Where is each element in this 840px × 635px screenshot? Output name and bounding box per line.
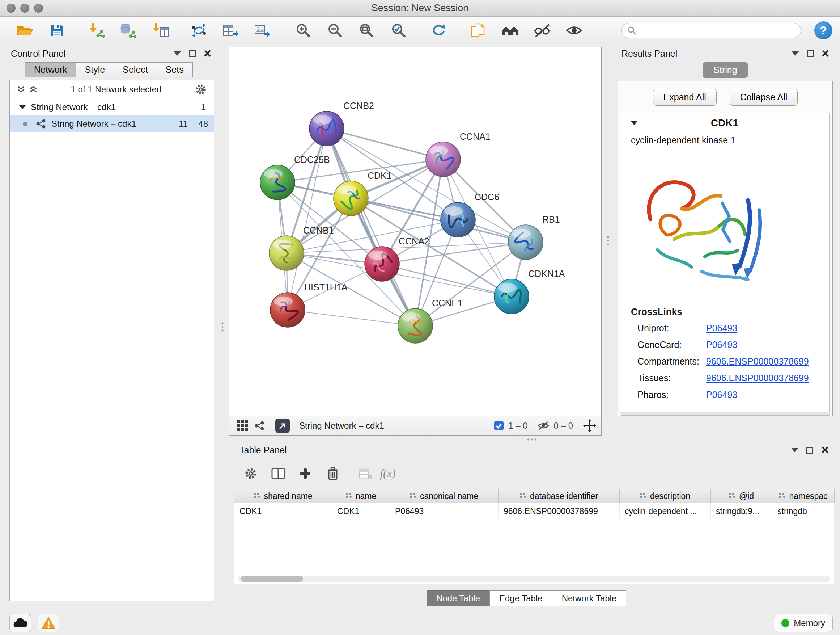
warnings-button[interactable]: [38, 614, 59, 632]
table-data-row[interactable]: CDK1CDK1P064939606.ENSP00000378699cyclin…: [234, 503, 834, 519]
column-header[interactable]: canonical name: [390, 489, 499, 503]
network-canvas[interactable]: CCNB2CCNA1CDC25BCDK1CDC6RB1CCNB1CCNA2CDK…: [229, 47, 601, 416]
network-node-hist1h1a[interactable]: [270, 293, 305, 327]
zoom-selected-button[interactable]: [389, 21, 408, 40]
table-cell[interactable]: cyclin-dependent ...: [620, 503, 711, 519]
delete-table-button-disabled[interactable]: [356, 464, 374, 483]
table-horizontal-scrollbar[interactable]: [238, 576, 830, 582]
hidden-eye-slash-icon[interactable]: [537, 421, 549, 431]
column-header[interactable]: @id: [711, 489, 772, 503]
network-node-ccna2[interactable]: [365, 247, 399, 281]
network-node-cdc25b[interactable]: [260, 165, 295, 200]
network-node-ccnb2[interactable]: [309, 111, 344, 146]
network-node-cdc6[interactable]: [441, 203, 475, 237]
collapse-panel-icon[interactable]: [174, 51, 181, 56]
zoom-fit-button[interactable]: [357, 21, 376, 40]
crosslink-link[interactable]: P06493: [706, 340, 737, 350]
column-header[interactable]: description: [620, 489, 711, 503]
column-header[interactable]: namespac: [772, 489, 835, 503]
import-network-file-button[interactable]: [88, 21, 106, 40]
crosslink-link[interactable]: P06493: [706, 390, 737, 400]
table-cell[interactable]: stringdb: [772, 503, 835, 519]
panel-resize-grip[interactable]: [221, 321, 224, 333]
collapse-all-button[interactable]: Collapse All: [729, 89, 798, 106]
save-session-button[interactable]: [47, 21, 66, 40]
tree-expand-caret-icon[interactable]: [19, 105, 26, 109]
scrollbar-thumb[interactable]: [241, 576, 303, 582]
network-edge[interactable]: [327, 128, 443, 159]
import-network-database-button[interactable]: [118, 21, 137, 40]
close-panel-icon[interactable]: [821, 445, 829, 455]
delete-column-button[interactable]: [324, 464, 342, 483]
collapse-all-icon[interactable]: [16, 85, 26, 94]
table-settings-button[interactable]: [242, 464, 260, 483]
network-node-rb1[interactable]: [508, 225, 543, 260]
tab-edge-table[interactable]: Edge Table: [489, 591, 553, 606]
column-header[interactable]: database identifier: [499, 489, 620, 503]
birds-eye-grid-icon[interactable]: [237, 420, 249, 432]
network-edge[interactable]: [327, 128, 415, 326]
network-node-cdkn1a[interactable]: [494, 279, 529, 314]
import-table-file-button[interactable]: [151, 21, 170, 40]
export-table-button[interactable]: [221, 21, 240, 40]
results-scrollbar[interactable]: [620, 412, 831, 415]
tab-node-table[interactable]: Node Table: [426, 591, 490, 606]
gear-icon[interactable]: [194, 83, 207, 96]
open-in-new-window-button[interactable]: [275, 418, 290, 433]
pan-crosshair-icon[interactable]: [583, 419, 596, 432]
show-homology-button[interactable]: [501, 21, 519, 40]
table-cell[interactable]: stringdb:9...: [711, 503, 772, 519]
table-cell[interactable]: CDK1: [332, 503, 390, 519]
collapse-panel-icon[interactable]: [791, 51, 799, 56]
tab-string[interactable]: String: [703, 62, 748, 78]
network-row-selected[interactable]: String Network – cdk1 11 48: [10, 116, 214, 132]
expand-all-button[interactable]: Expand All: [653, 89, 717, 106]
expand-all-icon[interactable]: [28, 85, 38, 94]
search-box[interactable]: [622, 23, 801, 38]
network-node-cdk1[interactable]: [333, 181, 368, 216]
zoom-in-button[interactable]: [294, 21, 313, 40]
collapse-panel-icon[interactable]: [791, 448, 798, 452]
close-panel-icon[interactable]: [204, 49, 211, 59]
network-canvas-svg[interactable]: CCNB2CCNA1CDC25BCDK1CDC6RB1CCNB1CCNA2CDK…: [229, 47, 601, 416]
panel-resize-grip[interactable]: [606, 235, 610, 246]
search-input[interactable]: [639, 25, 796, 35]
float-panel-icon[interactable]: [807, 50, 813, 57]
tab-network-table[interactable]: Network Table: [552, 591, 627, 606]
table-cell[interactable]: P06493: [390, 503, 499, 519]
float-panel-icon[interactable]: [806, 447, 813, 454]
panel-resize-grip[interactable]: [526, 438, 537, 441]
open-session-button[interactable]: [15, 21, 34, 40]
close-panel-icon[interactable]: [821, 49, 829, 59]
toggle-glass-effect-button[interactable]: [533, 21, 552, 40]
network-node-ccna1[interactable]: [426, 142, 461, 177]
column-header[interactable]: shared name: [234, 489, 332, 503]
crosslink-link[interactable]: 9606.ENSP00000378699: [706, 356, 809, 367]
function-builder-button[interactable]: f(x): [379, 464, 397, 483]
selected-checkbox-icon[interactable]: [494, 421, 504, 431]
network-edge[interactable]: [287, 310, 415, 326]
toggle-structure-images-button[interactable]: [565, 21, 584, 40]
share-network-icon[interactable]: [254, 420, 265, 431]
tab-sets[interactable]: Sets: [156, 62, 193, 77]
gene-section-header[interactable]: CDK1: [622, 113, 829, 133]
cloud-status-button[interactable]: [9, 614, 31, 632]
column-header[interactable]: name: [332, 489, 390, 503]
crosslink-link[interactable]: 9606.ENSP00000378699: [706, 373, 809, 383]
show-columns-button[interactable]: [269, 464, 287, 483]
refresh-layout-button[interactable]: [429, 21, 448, 40]
table-cell[interactable]: 9606.ENSP00000378699: [499, 503, 620, 519]
float-panel-icon[interactable]: [189, 50, 196, 57]
zoom-out-button[interactable]: [325, 21, 344, 40]
table-cell[interactable]: CDK1: [234, 503, 332, 519]
help-button[interactable]: ?: [814, 21, 832, 40]
network-node-ccne1[interactable]: [398, 309, 433, 343]
crosslink-link[interactable]: P06493: [706, 323, 737, 333]
tab-style[interactable]: Style: [76, 62, 114, 77]
clone-network-button[interactable]: [189, 21, 208, 40]
duplicate-session-button[interactable]: [469, 21, 487, 40]
tab-network[interactable]: Network: [25, 62, 76, 77]
tab-select[interactable]: Select: [114, 62, 156, 77]
network-node-ccnb1[interactable]: [269, 236, 304, 271]
create-column-button[interactable]: [296, 464, 314, 483]
